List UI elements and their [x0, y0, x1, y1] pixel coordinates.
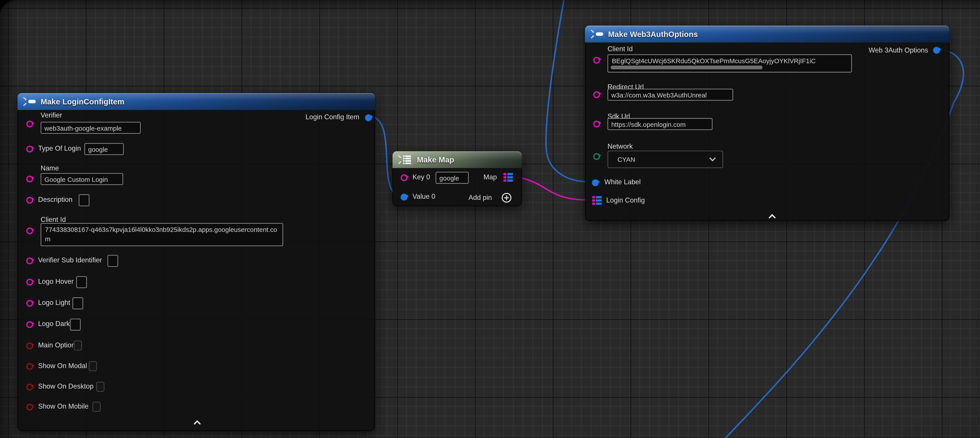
logo-light-input[interactable] [73, 297, 83, 309]
chevron-up-icon [767, 213, 776, 219]
collapse-node-button[interactable] [763, 213, 781, 220]
pin-white-label[interactable] [592, 179, 598, 186]
pin-label-value-0: Value 0 [412, 193, 436, 201]
pin-sdk-url[interactable] [593, 120, 600, 127]
node-title: Make Web3AuthOptions [608, 30, 698, 38]
pin-redirect-url[interactable] [593, 91, 600, 98]
pin-web3auth-options-output[interactable] [933, 46, 940, 53]
output-pin-label-map: Map [484, 173, 497, 181]
pin-label-network: Network [608, 142, 633, 150]
make-map-container-icon [398, 155, 412, 164]
wire-top-to-whitelabel[interactable] [546, 0, 589, 182]
pin-description[interactable] [26, 196, 33, 204]
node-title: Make LoginConfigItem [41, 97, 124, 106]
pin-show-on-modal[interactable] [26, 363, 33, 370]
pin-logo-light[interactable] [26, 299, 33, 306]
verifier-sub-identifier-input[interactable] [108, 255, 118, 267]
pin-label-key-0: Key 0 [412, 173, 430, 181]
redirect-url-input[interactable]: w3a://com.w3a.Web3AuthUnreal [608, 89, 733, 100]
map-pin-icon [592, 196, 602, 205]
client-id-horizontal-scrollbar[interactable] [611, 66, 763, 69]
plus-circle-icon [501, 193, 512, 203]
pin-map-output[interactable] [503, 172, 513, 183]
pin-label-name: Name [41, 164, 59, 172]
logo-dark-input[interactable] [70, 319, 81, 331]
pin-login-config-item-output[interactable] [365, 114, 372, 121]
make-struct-icon [590, 29, 604, 39]
make-struct-icon [23, 97, 36, 106]
node-make-web3authoptions[interactable]: Make Web3AuthOptions Web 3Auth Options C… [585, 25, 949, 221]
pin-label-verifier-sub-identifier: Verifier Sub Identifier [38, 256, 102, 264]
pin-label-type-of-login: Type Of Login [38, 145, 81, 153]
blueprint-editor-viewport: Make LoginConfigItem Login Config Item V… [0, 0, 980, 438]
key-0-input[interactable]: google [436, 172, 469, 184]
pin-show-on-desktop[interactable] [26, 383, 33, 390]
pin-verifier-sub-identifier[interactable] [26, 257, 33, 264]
name-input[interactable]: Google Custom Login [41, 173, 123, 185]
pin-label-logo-dark: Logo Dark [38, 320, 70, 328]
add-pin-label: Add pin [469, 194, 492, 202]
pin-main-option[interactable] [26, 342, 33, 349]
network-dropdown-value: CYAN [617, 156, 635, 163]
pin-client-id[interactable] [593, 57, 600, 64]
pin-client-id[interactable] [26, 227, 33, 234]
description-input[interactable] [79, 194, 89, 206]
pin-label-white-label: White Label [605, 178, 641, 186]
map-pin-icon [503, 172, 513, 183]
pin-label-client-id: Client Id [41, 216, 66, 224]
main-option-checkbox[interactable] [74, 341, 82, 350]
pin-logo-dark[interactable] [26, 321, 33, 328]
pin-label-client-id: Client Id [608, 45, 633, 53]
client-id-input[interactable]: 774338308167-q463s7kpvja16l4l0kko3nb925i… [41, 223, 283, 246]
node-header-make-loginconfigitem[interactable]: Make LoginConfigItem [18, 93, 375, 110]
pin-label-login-config: Login Config [606, 196, 645, 204]
pin-key-0[interactable] [400, 174, 407, 181]
show-on-desktop-checkbox[interactable] [96, 382, 105, 392]
collapse-node-button[interactable] [188, 419, 205, 426]
output-pin-label: Web 3Auth Options [869, 46, 928, 54]
pin-name[interactable] [26, 175, 33, 182]
node-header-make-web3authoptions[interactable]: Make Web3AuthOptions [585, 25, 949, 43]
network-dropdown[interactable]: CYAN [608, 151, 723, 168]
node-title: Make Map [417, 155, 454, 164]
pin-login-config[interactable] [592, 196, 602, 205]
pin-label-verifier: Verifier [41, 111, 62, 119]
pin-verifier[interactable] [26, 120, 33, 127]
pin-label-show-on-mobile: Show On Mobile [38, 402, 89, 410]
pin-type-of-login[interactable] [26, 145, 33, 152]
client-id-text: BEglQSgt4cUWcj6SKRdu5QkOXTsePmMcusG5EAoy… [612, 57, 816, 64]
chevron-up-icon [192, 419, 202, 425]
show-on-mobile-checkbox[interactable] [92, 402, 101, 412]
show-on-modal-checkbox[interactable] [89, 361, 97, 371]
node-make-map[interactable]: Make Map Key 0 google Map Value 0 Add pi… [393, 151, 522, 206]
pin-label-logo-hover: Logo Hover [38, 277, 74, 285]
pin-label-logo-light: Logo Light [38, 299, 70, 307]
node-make-loginconfigitem[interactable]: Make LoginConfigItem Login Config Item V… [18, 93, 375, 431]
client-id-input[interactable]: BEglQSgt4cUWcj6SKRdu5QkOXTsePmMcusG5EAoy… [608, 54, 852, 72]
pin-value-0[interactable] [400, 193, 407, 200]
output-pin-label: Login Config Item [305, 113, 360, 121]
pin-label-description: Description [38, 196, 73, 204]
type-of-login-input[interactable]: google [84, 143, 124, 155]
pin-logo-hover[interactable] [26, 279, 33, 285]
logo-hover-input[interactable] [76, 276, 87, 288]
blueprint-canvas[interactable]: Make LoginConfigItem Login Config Item V… [0, 0, 980, 438]
pin-label-show-on-desktop: Show On Desktop [38, 382, 94, 390]
pin-network[interactable] [593, 153, 600, 159]
sdk-url-input[interactable]: https://sdk.openlogin.com [608, 118, 713, 130]
add-pin-button[interactable] [501, 193, 512, 203]
pin-label-main-option: Main Option [38, 341, 75, 349]
chevron-down-icon [709, 157, 716, 162]
pin-show-on-mobile[interactable] [26, 403, 33, 410]
verifier-input[interactable]: web3auth-google-example [41, 122, 141, 134]
pin-label-show-on-modal: Show On Modal [38, 362, 87, 370]
node-header-make-map[interactable]: Make Map [393, 151, 522, 168]
